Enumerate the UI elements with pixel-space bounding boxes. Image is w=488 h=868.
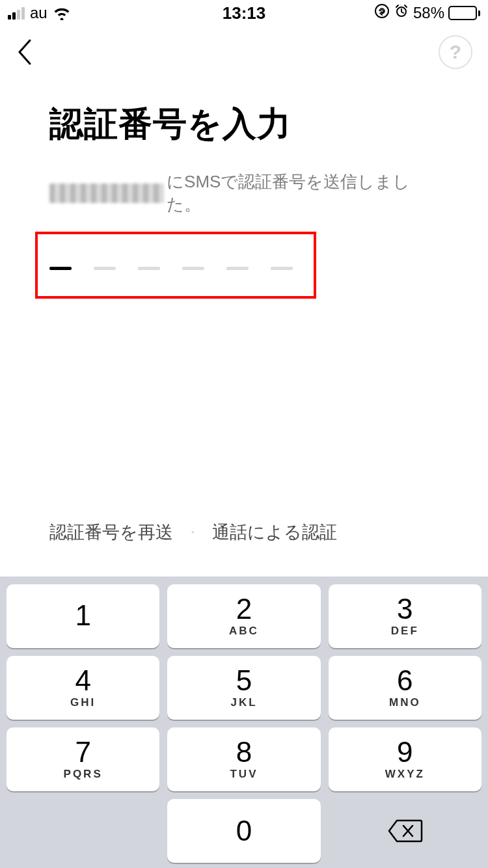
keypad-spacer [7,799,159,863]
code-digit-5 [226,267,249,270]
numeric-keypad: 1 2ABC 3DEF 4GHI 5JKL 6MNO 7PQRS 8TUV 9W… [0,576,488,868]
alarm-icon [394,3,409,23]
status-bar: au 13:13 58% [0,0,488,26]
nav-bar: ? [0,26,488,78]
redacted-phone [49,183,164,203]
separator: ・ [186,524,199,541]
key-4[interactable]: 4GHI [7,656,159,720]
resend-code-link[interactable]: 認証番号を再送 [49,521,173,544]
page-title: 認証番号を入力 [49,102,439,147]
key-0[interactable]: 0 [167,799,320,863]
wifi-icon [53,6,71,20]
carrier-label: au [30,4,47,22]
signal-icon [8,7,25,20]
code-digit-3 [138,267,160,270]
key-5[interactable]: 5JKL [167,656,320,720]
help-icon: ? [450,41,461,63]
call-auth-link[interactable]: 通話による認証 [212,521,337,544]
code-digit-2 [94,267,116,270]
backspace-icon [386,818,423,844]
code-digit-1 [49,267,72,270]
key-2[interactable]: 2ABC [167,584,320,648]
back-button[interactable] [16,38,34,66]
key-7[interactable]: 7PQRS [7,727,159,791]
battery-pct: 58% [413,4,444,22]
secondary-actions: 認証番号を再送 ・ 通話による認証 [49,521,337,544]
help-button[interactable]: ? [439,35,472,69]
clock: 13:13 [223,3,266,23]
status-right: 58% [374,3,480,23]
svg-point-0 [375,5,388,18]
key-3[interactable]: 3DEF [329,584,481,648]
page-subtitle: にSMSで認証番号を送信しました。 [49,170,439,216]
key-6[interactable]: 6MNO [329,656,481,720]
code-input[interactable] [35,232,316,299]
rotation-lock-icon [374,3,390,23]
key-1[interactable]: 1 [7,584,159,648]
main-content: 認証番号を入力 にSMSで認証番号を送信しました。 [0,102,488,299]
status-left: au [8,4,71,22]
battery-icon [448,6,480,20]
subtitle-text: にSMSで認証番号を送信しました。 [167,170,439,216]
key-delete[interactable] [329,799,481,863]
code-digit-4 [182,267,204,270]
code-digit-6 [271,267,293,270]
key-8[interactable]: 8TUV [167,727,320,791]
key-9[interactable]: 9WXYZ [329,727,481,791]
